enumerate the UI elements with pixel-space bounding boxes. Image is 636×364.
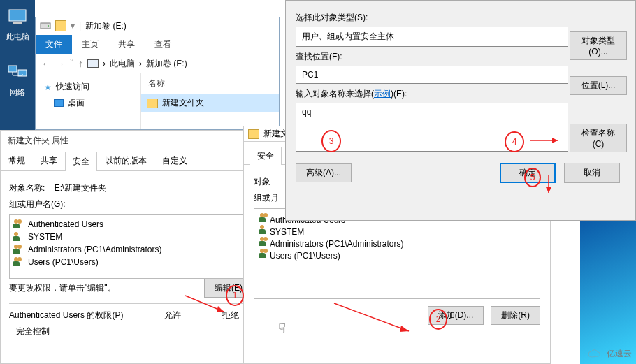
svg-point-5 [48, 25, 49, 27]
users-icon [259, 249, 270, 259]
list-item: Authenticated Users [13, 218, 250, 231]
list-item: Users (PC1\Users) [259, 249, 535, 261]
location-field: PC1 [296, 66, 568, 84]
cloud-icon [587, 349, 604, 360]
history-dropdown[interactable]: ˅ [69, 58, 74, 69]
edit-hint: 要更改权限，请单击"编辑"。 [9, 282, 116, 294]
tab-security[interactable]: 安全 [65, 152, 97, 171]
list-item: Users (PC1\Users) [13, 256, 250, 268]
users-icon [13, 219, 24, 229]
this-pc-icon[interactable]: 此电脑 [0, 6, 35, 42]
allow-header: 允许 [164, 310, 181, 321]
tab-strip: 常规 共享 安全 以前的版本 自定义 [1, 151, 261, 171]
svg-rect-0 [9, 10, 26, 21]
folder-icon [55, 20, 66, 31]
quick-access[interactable]: ★快速访问 [41, 79, 135, 95]
object-type-field: 用户、组或内置安全主体 [296, 27, 568, 47]
cursor-icon: ☟ [278, 321, 286, 336]
back-button[interactable]: ← [41, 58, 51, 69]
tab-share[interactable]: 共享 [33, 151, 65, 170]
breadcrumb-sep: › [139, 59, 142, 68]
users-icon [13, 257, 24, 267]
breadcrumb-vol[interactable]: 新加卷 (E:) [146, 58, 187, 70]
nav-pane: ★快速访问 桌面 [36, 73, 140, 129]
object-names-input[interactable]: qq [296, 103, 568, 152]
tab-custom[interactable]: 自定义 [154, 151, 195, 170]
user-icon [259, 225, 270, 235]
cancel-button[interactable]: 取消 [564, 163, 620, 183]
svg-rect-1 [13, 22, 22, 24]
folder-item[interactable]: 新建文件夹 [141, 94, 279, 112]
column-name[interactable]: 名称 [141, 73, 279, 94]
breadcrumb-sep: › [103, 59, 106, 68]
tab-general[interactable]: 常规 [1, 151, 33, 170]
users-list[interactable]: Authenticated Users SYSTEM Administrator… [9, 214, 253, 279]
this-pc-label: 此电脑 [0, 31, 35, 42]
desktop-icon-small [54, 99, 64, 107]
desktop-wallpaper [580, 221, 636, 364]
file-tab[interactable]: 文件 [36, 35, 72, 54]
remove-button[interactable]: 删除(R) [491, 306, 540, 325]
object-type-label: 选择此对象类型(S): [296, 12, 626, 24]
svg-line-8 [334, 303, 409, 331]
breadcrumb-pc[interactable]: 此电脑 [110, 58, 135, 70]
star-icon: ★ [44, 82, 52, 92]
permissions-for-label: Authenticated Users 的权限(P) [9, 310, 123, 321]
examples-link[interactable]: 示例 [374, 89, 391, 99]
user-icon [13, 232, 24, 242]
forward-button[interactable]: → [55, 58, 65, 69]
object-name-label: 对象名称: [9, 183, 45, 193]
explorer-window: ▾ | 新加卷 (E:) 文件 主页 共享 查看 ← → ˅ ↑ › 此电脑 ›… [35, 17, 280, 130]
check-names-button[interactable]: 检查名称(C) [570, 124, 627, 152]
view-tab[interactable]: 查看 [145, 35, 181, 54]
users-icon [259, 237, 270, 247]
list-item: SYSTEM [259, 225, 535, 237]
users-icon [259, 213, 270, 223]
tab-security[interactable]: 安全 [250, 147, 282, 165]
perm-full-control: 完全控制 [9, 326, 253, 337]
up-button[interactable]: ↑ [78, 58, 83, 69]
select-user-dialog: 选择此对象类型(S): 用户、组或内置安全主体 对象类型(O)... 查找位置(… [285, 0, 636, 221]
svg-marker-9 [400, 326, 409, 332]
object-name-value: E:\新建文件夹 [55, 183, 107, 193]
watermark: 亿速云 [587, 348, 632, 360]
list-item: Administrators (PC1\Administrators) [13, 243, 250, 256]
advanced-button[interactable]: 高级(A)... [296, 163, 352, 182]
share-tab[interactable]: 共享 [108, 35, 145, 54]
add-button[interactable]: 添加(D)... [428, 306, 484, 325]
users-list[interactable]: Authenticated Users SYSTEM Administrator… [254, 208, 540, 299]
svg-marker-11 [552, 138, 558, 143]
svg-rect-2 [8, 66, 17, 72]
window-title: 新加卷 (E:) [85, 20, 127, 32]
locations-button[interactable]: 位置(L)... [570, 76, 627, 95]
ribbon: 文件 主页 共享 查看 [36, 34, 279, 54]
nav-bar: ← → ˅ ↑ › 此电脑 › 新加卷 (E:) [36, 54, 279, 73]
network-icon[interactable]: 网络 [0, 61, 35, 98]
users-icon [13, 245, 24, 254]
svg-marker-7 [217, 306, 224, 312]
folder-icon [147, 99, 158, 108]
properties-dialog: 新建文件夹 属性 常规 共享 安全 以前的版本 自定义 对象名称: E:\新建文… [0, 130, 262, 364]
network-label: 网络 [0, 87, 35, 98]
object-types-button[interactable]: 对象类型(O)... [570, 31, 627, 60]
pc-icon [87, 59, 99, 68]
explorer-titlebar[interactable]: ▾ | 新加卷 (E:) [36, 17, 279, 34]
folder-name: 新建文件夹 [162, 97, 204, 109]
list-item: Administrators (PC1\Administrators) [259, 237, 535, 249]
group-users-label: 组或用户名(G): [9, 198, 253, 210]
file-list: 名称 新建文件夹 [140, 73, 279, 129]
properties-title: 新建文件夹 属性 [1, 131, 261, 151]
tab-previous[interactable]: 以前的版本 [97, 151, 154, 170]
folder-icon [248, 129, 259, 139]
sidebar-desktop[interactable]: 桌面 [41, 95, 135, 111]
drive-icon [40, 21, 51, 31]
list-item: SYSTEM [13, 231, 250, 243]
home-tab[interactable]: 主页 [72, 35, 108, 54]
svg-marker-13 [546, 187, 551, 193]
